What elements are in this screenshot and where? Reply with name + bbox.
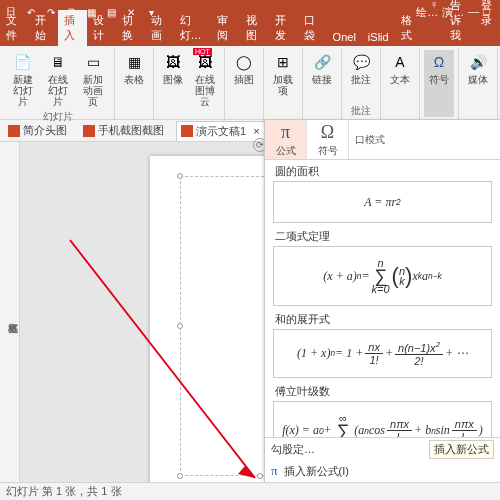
omega-icon: Ω	[321, 122, 334, 143]
tab-onel[interactable]: Onel	[327, 28, 362, 46]
equation-preset[interactable]: 傅立叶级数 f(x) = a0 + ∞∑n=1(an cos nπxL + bn…	[273, 384, 492, 437]
illustration-button[interactable]: ◯插图	[229, 50, 259, 117]
ribbon-group-images: 🖼图像 🖼HOT在线 图博云	[154, 48, 225, 119]
doc-tab[interactable]: 手机截图截图	[79, 121, 168, 140]
new-slide-button[interactable]: 📄新建 幻灯片	[6, 50, 39, 109]
slide-counter: 幻灯片 第 1 张，共 1 张	[6, 484, 122, 499]
insert-new-equation[interactable]: π插入新公式(I)	[265, 460, 500, 482]
equation-preset[interactable]: 圆的面积 A = πr2	[273, 164, 492, 223]
add-animation-page-button[interactable]: ▭新加 动画页	[77, 50, 110, 109]
equation-caption: 和的展开式	[273, 312, 492, 327]
tab-review[interactable]: 审阅	[211, 10, 240, 46]
equation-preview[interactable]: (1 + x)n = 1 + nx1! + n(n−1)x22! + ⋯	[273, 329, 492, 378]
doc-tab[interactable]: 简介头图	[4, 121, 71, 140]
equation-caption: 二项式定理	[273, 229, 492, 244]
mode-label: 口模式	[349, 120, 500, 159]
symbol-button[interactable]: Ω符号	[424, 50, 454, 117]
ribbon-tabs: 文件 开始 插入 设计 切换 动画 幻灯… 审阅 视图 开发 口袋 Onel i…	[0, 24, 500, 46]
table-button[interactable]: ▦表格	[119, 50, 149, 117]
tab-design[interactable]: 设计	[87, 10, 116, 46]
doc-tab-active[interactable]: 演示文稿1×	[176, 121, 265, 141]
hot-badge: HOT	[193, 48, 212, 55]
equation-preview[interactable]: (x + a)n = n∑k=0(nk) xkan−k	[273, 246, 492, 306]
tab-developer[interactable]: 开发	[269, 10, 298, 46]
equation-caption: 圆的面积	[273, 164, 492, 179]
tab-insert[interactable]: 插入	[58, 10, 87, 46]
formula-tab[interactable]: π公式	[265, 120, 307, 159]
tell-me-icon[interactable]: ♀	[424, 0, 444, 46]
online-slide-button[interactable]: 🖥在线 幻灯片	[41, 50, 74, 109]
tab-islide[interactable]: iSlid	[362, 28, 395, 46]
equation-preview[interactable]: A = πr2	[273, 181, 492, 223]
thumbnail-pane-toggle[interactable]: 概览窗格	[0, 142, 20, 482]
tell-me[interactable]: 告诉我	[444, 0, 475, 46]
tab-home[interactable]: 开始	[29, 10, 58, 46]
tab-pocket[interactable]: 口袋	[298, 10, 327, 46]
close-tab-icon[interactable]: ×	[253, 125, 259, 137]
equation-preview[interactable]: f(x) = a0 + ∞∑n=1(an cos nπxL + bn sin n…	[273, 401, 492, 437]
image-button[interactable]: 🖼图像	[158, 50, 188, 117]
pi-icon: π	[281, 122, 290, 143]
ribbon-group-slides: 📄新建 幻灯片 🖥在线 幻灯片 ▭新加 动画页 幻灯片	[2, 48, 115, 119]
resize-handle[interactable]	[257, 473, 263, 479]
tab-animation[interactable]: 动画	[145, 10, 174, 46]
ppt-icon	[8, 125, 20, 137]
resize-handle[interactable]	[177, 323, 183, 329]
resize-handle[interactable]	[177, 473, 183, 479]
equation-panel-header: π公式 Ω符号 口模式	[265, 120, 500, 160]
equation-dropdown-panel: π公式 Ω符号 口模式 圆的面积 A = πr2 二项式定理 (x + a)n …	[264, 120, 500, 482]
equation-caption: 傅立叶级数	[273, 384, 492, 399]
tab-file[interactable]: 文件	[0, 10, 29, 46]
link-button[interactable]: 🔗链接	[307, 50, 337, 117]
text-button[interactable]: A文本	[385, 50, 415, 117]
resize-handle[interactable]	[177, 173, 183, 179]
tab-transition[interactable]: 切换	[116, 10, 145, 46]
tooltip: 插入新公式	[429, 440, 494, 459]
symbol-tab[interactable]: Ω符号	[307, 120, 349, 159]
status-bar: 幻灯片 第 1 张，共 1 张	[0, 482, 500, 500]
addins-button[interactable]: ⊞加载 项	[268, 50, 298, 117]
tab-view[interactable]: 视图	[240, 10, 269, 46]
equation-gallery: 圆的面积 A = πr2 二项式定理 (x + a)n = n∑k=0(nk) …	[265, 160, 500, 437]
ppt-icon	[83, 125, 95, 137]
ribbon: 📄新建 幻灯片 🖥在线 幻灯片 ▭新加 动画页 幻灯片 ▦表格 🖼图像 🖼HOT…	[0, 46, 500, 120]
equation-preset[interactable]: 二项式定理 (x + a)n = n∑k=0(nk) xkan−k	[273, 229, 492, 306]
comment-button[interactable]: 💬批注	[346, 50, 376, 103]
tab-slideshow[interactable]: 幻灯…	[174, 10, 211, 46]
pi-icon: π	[271, 463, 278, 479]
equation-panel-footer: 勾股定…插入新公式 π插入新公式(I)	[265, 437, 500, 482]
sign-in[interactable]: 登录	[475, 0, 500, 46]
media-button[interactable]: 🔊媒体	[463, 50, 493, 117]
ribbon-group-table: ▦表格	[115, 48, 154, 119]
online-image-button[interactable]: 🖼HOT在线 图博云	[190, 50, 220, 117]
equation-option[interactable]: 勾股定…插入新公式	[265, 438, 500, 460]
ppt-icon	[181, 125, 193, 137]
tab-format[interactable]: 格式	[395, 10, 424, 46]
equation-preset[interactable]: 和的展开式 (1 + x)n = 1 + nx1! + n(n−1)x22! +…	[273, 312, 492, 378]
